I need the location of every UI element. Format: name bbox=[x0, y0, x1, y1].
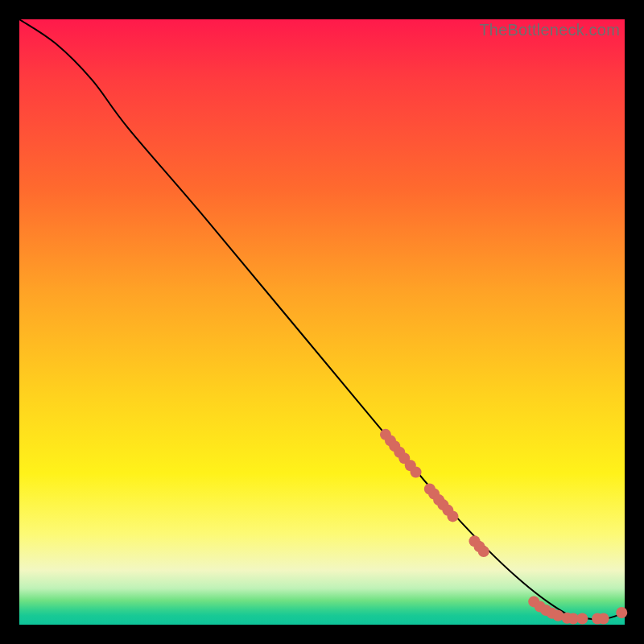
data-point bbox=[478, 546, 489, 557]
data-points bbox=[380, 429, 627, 625]
plot-area: TheBottleneck.com bbox=[19, 19, 625, 625]
data-point bbox=[616, 607, 627, 618]
data-point bbox=[447, 510, 458, 522]
chart-svg bbox=[19, 19, 625, 625]
data-point bbox=[598, 613, 609, 624]
data-point bbox=[411, 467, 422, 478]
curve-line bbox=[19, 19, 625, 619]
data-point bbox=[576, 613, 588, 624]
